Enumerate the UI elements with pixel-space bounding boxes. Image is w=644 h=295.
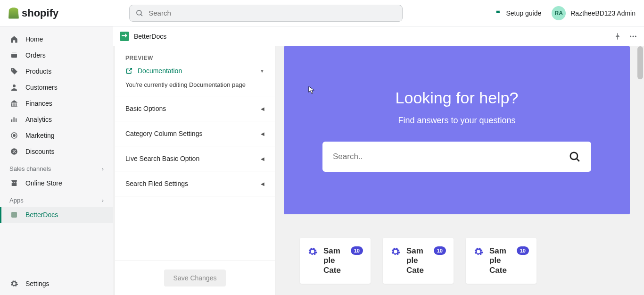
nav-analytics[interactable]: Analytics [0, 111, 113, 127]
nav-settings[interactable]: Settings [0, 276, 113, 295]
user-menu[interactable]: RA RaztheeBD123 Admin [552, 6, 636, 20]
chevron-down-icon[interactable]: ▼ [260, 68, 264, 74]
card-title: Sample Cate [323, 246, 345, 275]
user-name: RaztheeBD123 Admin [570, 9, 636, 17]
betterdocs-app-icon [120, 32, 129, 41]
svg-rect-6 [11, 119, 12, 122]
more-icon[interactable] [629, 32, 637, 41]
nav-online-store[interactable]: Online Store [0, 175, 113, 191]
hero-search-input[interactable] [333, 152, 569, 161]
cursor-icon [308, 86, 315, 94]
app-header: BetterDocs [113, 26, 644, 46]
external-link-icon [125, 67, 133, 75]
tag-icon [9, 67, 19, 76]
topbar-right: Setup guide RA RaztheeBD123 Admin [495, 6, 636, 20]
count-badge: 10 [517, 246, 529, 255]
svg-rect-8 [16, 118, 17, 122]
setup-guide-link[interactable]: Setup guide [495, 9, 542, 17]
app-title: BetterDocs [134, 33, 166, 40]
nav-label: Finances [25, 100, 52, 107]
hero-search[interactable] [322, 142, 591, 172]
gear-icon [307, 246, 318, 257]
nav-customers[interactable]: Customers [0, 79, 113, 95]
doc-link-label: Documentation [138, 67, 182, 75]
bank-icon [9, 99, 19, 108]
svg-point-15 [630, 35, 631, 37]
nav-label: Discounts [25, 148, 54, 155]
avatar: RA [552, 6, 566, 20]
hero-banner: Looking for help? Find answers to your q… [284, 46, 630, 214]
app-icon [9, 210, 19, 219]
count-badge: 10 [434, 246, 446, 255]
hero-title: Looking for help? [303, 89, 611, 107]
count-badge: 10 [351, 246, 363, 255]
person-icon [9, 83, 19, 92]
category-card[interactable]: Sample Cate 10 [466, 238, 537, 284]
collapse-left-icon: ◀ [261, 181, 264, 186]
collapse-left-icon: ◀ [261, 156, 264, 161]
nav-finances[interactable]: Finances [0, 95, 113, 111]
save-changes-button[interactable]: Save Changes [164, 270, 226, 287]
percent-icon [9, 147, 19, 156]
accordion-category-column[interactable]: Category Column Settings◀ [115, 121, 275, 146]
accordion-label: Basic Options [125, 105, 166, 112]
nav-orders[interactable]: Orders [0, 47, 113, 63]
flag-icon [495, 9, 503, 17]
shopify-bag-icon [8, 8, 19, 19]
collapse-left-icon: ◀ [261, 131, 264, 136]
documentation-link[interactable]: Documentation ▼ [125, 67, 264, 75]
svg-rect-14 [11, 212, 17, 218]
category-card[interactable]: Sample Cate 10 [300, 238, 371, 284]
category-card[interactable]: Sample Cate 10 [383, 238, 454, 284]
home-icon [9, 34, 19, 44]
orders-icon [9, 51, 19, 60]
svg-line-19 [577, 159, 579, 161]
brand-text: shopify [22, 7, 58, 19]
topbar: shopify Setup guide RA RaztheeBD123 Admi… [0, 0, 644, 26]
nav-label: Home [25, 35, 43, 43]
chevron-right-icon: › [102, 165, 104, 172]
sidebar: Home Orders Products Customers Finances … [0, 26, 113, 295]
nav-label: Online Store [25, 179, 62, 187]
pin-icon[interactable] [614, 33, 621, 40]
search-icon[interactable] [569, 151, 581, 163]
accordion-label: Search Filed Settings [125, 180, 188, 187]
nav-label: BetterDocs [25, 211, 58, 219]
collapse-left-icon: ◀ [261, 106, 264, 111]
global-search-input[interactable] [149, 9, 396, 17]
scrollbar-thumb[interactable] [637, 46, 643, 79]
gear-icon [9, 279, 19, 288]
chevron-right-icon: › [102, 197, 104, 204]
svg-line-1 [141, 14, 143, 16]
gear-icon [390, 246, 401, 257]
nav-label: Products [25, 67, 51, 75]
nav-betterdocs[interactable]: BetterDocs [0, 207, 113, 223]
store-icon [9, 178, 19, 188]
svg-point-17 [635, 35, 636, 37]
brand-logo[interactable]: shopify [8, 7, 58, 19]
nav-discounts[interactable]: Discounts [0, 143, 113, 160]
svg-point-18 [570, 152, 578, 160]
apps-heading[interactable]: Apps › [0, 191, 113, 207]
nav-label: Analytics [25, 116, 52, 123]
global-search[interactable] [129, 5, 403, 22]
svg-point-16 [633, 35, 634, 37]
category-cards: Sample Cate 10 Sample Cate 10 Sample Cat… [284, 238, 630, 293]
nav-products[interactable]: Products [0, 63, 113, 79]
heading-label: Apps [9, 197, 24, 204]
accordion-search-field[interactable]: Search Filed Settings◀ [115, 171, 275, 196]
svg-point-13 [15, 152, 16, 153]
svg-point-5 [13, 84, 16, 87]
save-row: Save Changes [115, 261, 275, 295]
sales-channels-heading[interactable]: Sales channels › [0, 160, 113, 175]
nav-marketing[interactable]: Marketing [0, 127, 113, 143]
target-icon [9, 131, 19, 140]
heading-label: Sales channels [9, 165, 51, 172]
svg-point-12 [13, 150, 14, 151]
avatar-initials: RA [555, 10, 563, 17]
accordion-live-search[interactable]: Live Search Basic Option◀ [115, 146, 275, 171]
accordion-basic-options[interactable]: Basic Options◀ [115, 96, 275, 121]
hero-subtitle: Find answers to your questions [303, 116, 611, 126]
card-title: Sample Cate [406, 246, 428, 275]
nav-home[interactable]: Home [0, 31, 113, 47]
